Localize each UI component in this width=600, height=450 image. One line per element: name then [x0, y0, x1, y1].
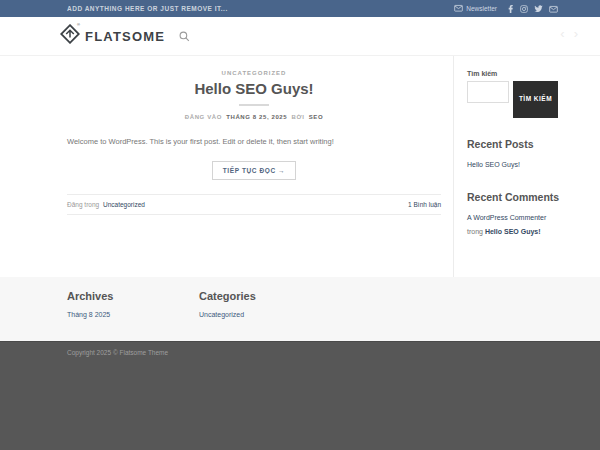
- comment-in-label: trong: [467, 228, 483, 235]
- post-date-link[interactable]: THÁNG 8 25, 2025: [226, 114, 287, 120]
- absolute-footer: Copyright 2025 © Flatsome Theme: [0, 341, 600, 450]
- registered-mark: ®: [77, 22, 80, 27]
- recent-comments-title: Recent Comments: [467, 191, 558, 203]
- blog-post: UNCATEGORIZED Hello SEO Guys! ĐĂNG VÀO T…: [42, 56, 454, 277]
- carousel-arrows: ‹ ›: [560, 27, 578, 40]
- recent-comment-item: A WordPress Commenter trong Hello SEO Gu…: [467, 211, 558, 238]
- flatsome-diamond-icon: [60, 24, 80, 48]
- envelope-icon: [454, 4, 463, 13]
- post-author-link[interactable]: SEO: [309, 114, 323, 120]
- main-content: UNCATEGORIZED Hello SEO Guys! ĐĂNG VÀO T…: [0, 56, 600, 277]
- next-arrow-icon[interactable]: ›: [574, 27, 578, 40]
- post-category-label[interactable]: UNCATEGORIZED: [67, 70, 441, 76]
- prev-arrow-icon[interactable]: ‹: [560, 27, 564, 40]
- logo-text: FLATSOME: [85, 29, 165, 44]
- posted-in-label: Đăng trong: [67, 201, 99, 208]
- search-submit-button[interactable]: TÌM KIẾM: [513, 81, 558, 118]
- posted-on-label: ĐĂNG VÀO: [185, 114, 222, 120]
- search-icon[interactable]: [179, 31, 190, 42]
- archive-month-link[interactable]: Tháng 8 2025: [67, 311, 199, 318]
- recent-post-link[interactable]: Hello SEO Guys!: [467, 161, 520, 168]
- comments-count-link[interactable]: 1 Bình luận: [408, 201, 441, 208]
- posted-in-category-link[interactable]: Uncategorized: [103, 201, 145, 208]
- sidebar: Tìm kiếm TÌM KIẾM Recent Posts Hello SEO…: [454, 56, 558, 277]
- topbar-message: ADD ANYTHING HERE OR JUST REMOVE IT...: [67, 5, 228, 12]
- continue-reading-button[interactable]: TIẾP TỤC ĐỌC →: [212, 161, 296, 180]
- post-title[interactable]: Hello SEO Guys!: [67, 80, 441, 97]
- site-header: ® FLATSOME ‹ ›: [0, 17, 600, 56]
- topbar: ADD ANYTHING HERE OR JUST REMOVE IT... N…: [0, 0, 600, 17]
- post-meta: ĐĂNG VÀO THÁNG 8 25, 2025 BỞI SEO: [67, 114, 441, 120]
- commenter-link[interactable]: A WordPress Commenter: [467, 214, 546, 221]
- newsletter-link[interactable]: Newsletter: [454, 4, 497, 13]
- instagram-icon[interactable]: [520, 5, 528, 13]
- archives-title: Archives: [67, 290, 199, 302]
- categories-title: Categories: [199, 290, 331, 302]
- copyright-text: Copyright 2025 © Flatsome Theme: [67, 349, 558, 356]
- post-excerpt: Welcome to WordPress. This is your first…: [67, 136, 441, 147]
- site-logo[interactable]: ® FLATSOME: [60, 24, 165, 48]
- title-divider: [239, 104, 269, 106]
- by-label: BỞI: [291, 114, 304, 120]
- recent-posts-title: Recent Posts: [467, 138, 558, 150]
- email-icon[interactable]: [549, 5, 558, 13]
- search-input[interactable]: [467, 81, 509, 103]
- category-link[interactable]: Uncategorized: [199, 311, 331, 318]
- footer-widgets: Archives Tháng 8 2025 Categories Uncateg…: [0, 277, 600, 341]
- facebook-icon[interactable]: [507, 4, 514, 13]
- commented-post-link[interactable]: Hello SEO Guys!: [485, 228, 541, 235]
- twitter-icon[interactable]: [534, 5, 543, 13]
- search-widget-label: Tìm kiếm: [467, 70, 558, 77]
- newsletter-label: Newsletter: [466, 5, 497, 12]
- post-footer-meta: Đăng trong Uncategorized 1 Bình luận: [67, 194, 441, 215]
